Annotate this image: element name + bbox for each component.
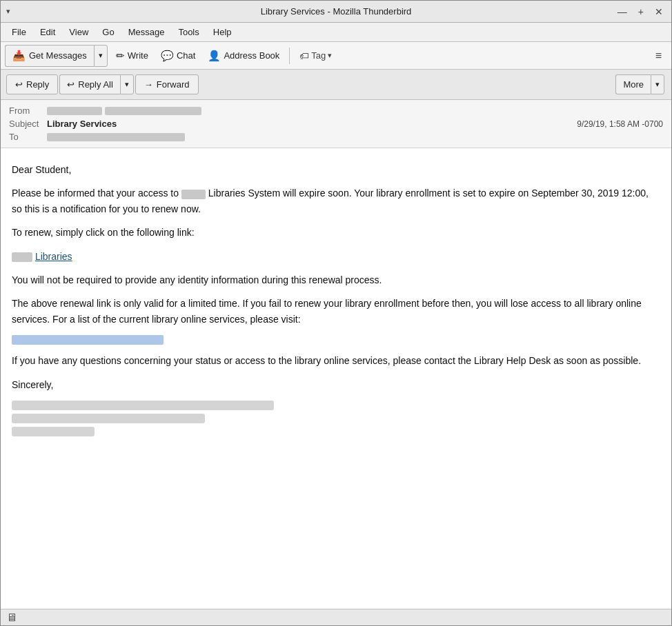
more-button[interactable]: More <box>615 74 651 94</box>
reply-icon: ↩ <box>15 79 23 90</box>
subject-row: Subject Library Services 9/29/19, 1:58 A… <box>9 117 663 130</box>
menu-message[interactable]: Message <box>123 25 170 39</box>
menubar: File Edit View Go Message Tools Help <box>1 23 671 42</box>
window-title: Library Services - Mozilla Thunderbird <box>261 6 412 17</box>
more-dropdown[interactable]: ▾ <box>651 74 664 94</box>
paragraph-3: You will not be required to provide any … <box>12 272 660 287</box>
email-date: 9/29/19, 1:58 AM -0700 <box>577 119 663 129</box>
minimize-button[interactable]: — <box>615 5 630 19</box>
maximize-button[interactable]: + <box>635 5 646 19</box>
email-header: From Subject Library Services 9/29/19, 1… <box>1 100 671 148</box>
tag-label: Tag <box>311 50 326 61</box>
reply-button[interactable]: ↩ Reply <box>6 74 58 94</box>
reply-all-icon: ↩ <box>67 79 75 90</box>
reply-all-dropdown[interactable]: ▾ <box>120 74 134 94</box>
menu-edit[interactable]: Edit <box>34 25 61 39</box>
subject-label: Subject <box>9 119 47 129</box>
paragraph-url <box>12 335 660 345</box>
get-messages-icon: 📥 <box>12 50 26 62</box>
email-actions-bar: ↩ Reply ↩ Reply All ▾ → Forward More ▾ <box>1 70 671 100</box>
tag-dropdown-arrow: ▾ <box>328 51 332 60</box>
tag-button[interactable]: 🏷 Tag ▾ <box>294 48 337 64</box>
tag-icon: 🏷 <box>299 50 309 61</box>
paragraph-link[interactable]: Libraries <box>12 249 660 264</box>
paragraph-2: To renew, simply click on the following … <box>12 225 660 240</box>
menu-go[interactable]: Go <box>97 25 119 39</box>
paragraph-4: The above renewal link is only valid for… <box>12 296 660 327</box>
to-label: To <box>9 132 47 142</box>
to-value <box>47 133 185 141</box>
address-book-label: Address Book <box>224 50 279 61</box>
paragraph-1: Please be informed that your access to L… <box>12 185 660 216</box>
to-row: To <box>9 130 663 143</box>
address-book-icon: 👤 <box>208 50 221 62</box>
get-messages-button[interactable]: 📥 Get Messages <box>5 45 94 67</box>
redacted-org-name <box>181 190 206 199</box>
email-body: Dear Student, Please be informed that yo… <box>1 148 671 614</box>
signature-line-1 <box>12 401 274 410</box>
closing: Sincerely, <box>12 377 660 392</box>
from-row: From <box>9 104 663 117</box>
get-messages-dropdown[interactable]: ▾ <box>94 45 108 67</box>
menu-file[interactable]: File <box>6 25 32 39</box>
dropdown-arrow-icon: ▾ <box>99 51 103 60</box>
statusbar: 🖥 <box>1 609 671 625</box>
reply-all-dropdown-arrow-icon: ▾ <box>125 80 129 89</box>
get-messages-btn-group: 📥 Get Messages ▾ <box>5 45 108 67</box>
forward-icon: → <box>144 79 153 90</box>
write-label: Write <box>128 50 148 61</box>
more-dropdown-arrow-icon: ▾ <box>655 80 660 89</box>
forward-button[interactable]: → Forward <box>135 74 199 94</box>
hamburger-button[interactable]: ≡ <box>650 47 667 65</box>
chat-label: Chat <box>177 50 195 61</box>
titlebar: ▾ Library Services - Mozilla Thunderbird… <box>1 1 671 23</box>
menu-view[interactable]: View <box>63 25 94 39</box>
more-btn-group: More ▾ <box>615 74 664 94</box>
titlebar-menu-arrow[interactable]: ▾ <box>6 7 10 16</box>
reply-all-label: Reply All <box>78 79 113 90</box>
toolbar-separator <box>289 48 290 64</box>
paragraph-5: If you have any questions concerning you… <box>12 353 660 368</box>
from-value-2 <box>105 107 201 115</box>
forward-label: Forward <box>157 79 190 90</box>
signature-line-2 <box>12 414 205 423</box>
close-button[interactable]: ✕ <box>652 5 666 19</box>
signature-line-3 <box>12 427 95 436</box>
toolbar: 📥 Get Messages ▾ ✏ Write 💬 Chat 👤 Addres… <box>1 42 671 70</box>
menu-tools[interactable]: Tools <box>172 25 204 39</box>
reply-label: Reply <box>26 79 49 90</box>
from-label: From <box>9 105 47 116</box>
more-label: More <box>623 79 644 90</box>
from-value-1 <box>47 107 102 115</box>
redacted-url <box>12 335 164 345</box>
get-messages-label: Get Messages <box>29 50 87 61</box>
address-book-button[interactable]: 👤 Address Book <box>202 47 285 65</box>
signature-block <box>12 401 660 436</box>
write-icon: ✏ <box>116 50 125 62</box>
library-link[interactable]: Libraries <box>35 251 72 262</box>
chat-button[interactable]: 💬 Chat <box>155 47 201 65</box>
para1-text-before: Please be informed that your access to <box>12 188 179 199</box>
menu-help[interactable]: Help <box>208 25 237 39</box>
statusbar-icon: 🖥 <box>6 612 17 624</box>
reply-all-btn-group: ↩ Reply All ▾ <box>59 74 134 94</box>
subject-value: Library Services <box>47 119 117 129</box>
reply-all-button[interactable]: ↩ Reply All <box>59 74 120 94</box>
greeting: Dear Student, <box>12 162 660 177</box>
chat-icon: 💬 <box>161 50 174 62</box>
write-button[interactable]: ✏ Write <box>110 47 154 65</box>
redacted-link-prefix <box>12 252 32 262</box>
